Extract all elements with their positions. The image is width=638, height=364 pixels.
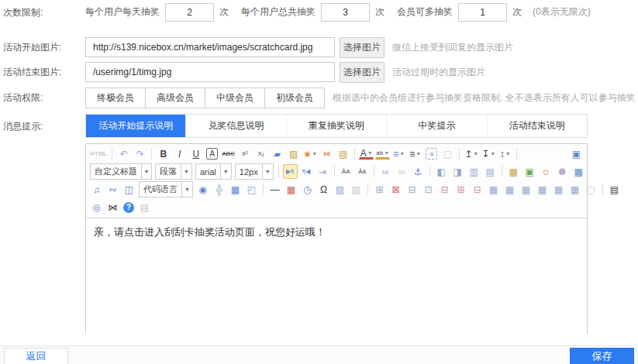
print-icon[interactable]: ▤ [607,182,622,197]
unlink-icon[interactable]: ∞ [395,164,409,179]
format-painter-icon[interactable]: ▨ [286,146,301,161]
image-align-left-icon[interactable]: ◧ [434,164,449,179]
paragraph-style-select[interactable]: 自定义标题▼ [90,163,152,180]
table-layout-2-icon[interactable]: ▦ [502,182,517,197]
source-code-icon[interactable]: HTML [89,146,108,161]
delete-table-icon[interactable]: ⊠ [388,182,403,197]
to-uppercase-icon[interactable]: ÂA [339,164,353,179]
insert-col-icon[interactable]: ⊞ [453,182,468,197]
table-layout-1-icon[interactable]: ▦ [486,182,501,197]
bold-icon[interactable]: B [156,146,171,161]
member-option-3[interactable]: 初级会员 [264,88,325,108]
table-title-icon[interactable]: ⊟ [405,182,419,197]
editor-content[interactable]: 亲，请点击进入刮刮卡抽奖活动页面，祝您好运哦！ [86,218,587,335]
delete-row-col-icon[interactable]: ⊟ [470,182,485,197]
fullscreen-icon[interactable]: ▣ [569,146,584,161]
start-image-input[interactable] [85,37,335,57]
map-icon[interactable]: ◉ [195,182,210,197]
special-char-icon[interactable]: Ω [316,182,331,197]
spreadsheet-icon[interactable]: ▦ [228,182,243,197]
font-family-select[interactable]: arial▼ [195,163,232,180]
member-extra-input[interactable] [458,3,507,22]
merge-cells-icon[interactable]: ⊡ [421,182,436,197]
message-tab-2[interactable]: 重复抽奖说明 [286,115,386,137]
emoji-icon[interactable]: ☺ [539,164,554,179]
toolbar-separator [502,166,502,177]
chevron-down-icon: ▼ [262,164,273,179]
undo-icon[interactable]: ↶ [116,146,131,161]
message-tab-0[interactable]: 活动开始提示说明 [86,115,185,137]
scrawl-icon[interactable]: ☸ [555,164,570,179]
remove-format-icon[interactable]: ▰ [270,146,285,161]
table-layout-5-icon[interactable]: ▦ [551,182,566,197]
formula-icon[interactable]: ▨ [333,182,347,197]
member-option-0[interactable]: 终极会员 [85,88,146,108]
line-height-icon[interactable]: ↕▼ [498,146,512,161]
image-manager-icon[interactable]: ▣ [522,164,537,179]
member-option-1[interactable]: 高级会员 [145,88,205,108]
horizontal-rule-icon[interactable]: — [267,182,282,197]
daily-draw-input[interactable] [165,3,214,22]
start-image-pick-button[interactable]: 选择图片 [340,37,385,58]
table-layout-3-icon[interactable]: ▦ [519,182,533,197]
screenshot-icon[interactable]: ◰ [244,182,259,197]
anchor-icon[interactable]: ⚓ [411,164,426,179]
preview-icon[interactable]: ◎ [89,200,104,215]
insert-image-icon[interactable]: ▦ [506,164,521,179]
image-center-icon[interactable]: ▤ [483,164,498,179]
paragraph-format-select[interactable]: 段落▼ [155,163,192,180]
ordered-list-icon[interactable]: ≡▼ [391,146,406,161]
message-tab-1[interactable]: 兑奖信息说明 [185,115,285,137]
to-lowercase-icon[interactable]: Ââ [355,164,370,179]
insert-row-icon[interactable]: ⊟ [437,182,452,197]
organization-chart-icon[interactable]: ╬ [212,182,226,197]
paste-icon[interactable]: ▤ [336,146,350,161]
anchor-inline-icon[interactable]: a [426,148,437,160]
paragraph-spacing-top-icon[interactable]: ↥▼ [464,146,479,161]
font-color-icon[interactable]: A▼ [359,149,374,160]
underline-icon[interactable]: U [188,146,203,161]
message-tab-3[interactable]: 中奖提示 [386,115,486,137]
image-inline-icon[interactable]: ▥ [467,164,481,179]
end-image-pick-button[interactable]: 选择图片 [340,62,385,83]
table-layout-6-icon[interactable]: ▦ [567,182,582,197]
subscript-icon[interactable]: X₂ [253,146,268,161]
help-icon[interactable]: ? [123,202,134,213]
total-draw-input[interactable] [321,3,370,22]
italic-icon[interactable]: I [172,146,187,161]
image-align-right-icon[interactable]: ◨ [450,164,465,179]
font-border-icon[interactable]: A [206,148,218,160]
paragraph-spacing-bottom-icon[interactable]: ↧▼ [481,146,496,161]
link-icon[interactable]: ∞ [378,164,393,179]
template-icon[interactable]: ▧ [349,182,364,197]
insert-iframe-icon[interactable]: ◫ [122,182,136,197]
table-layout-4-icon[interactable]: ▦ [535,182,550,197]
save-button[interactable]: 保存 [570,348,634,364]
rtl-paragraph-icon[interactable]: ¶◀ [299,164,314,179]
end-image-input[interactable] [85,62,335,82]
back-button[interactable]: 返回 [4,348,68,364]
find-replace-icon[interactable]: ⋈ [105,200,120,215]
attachment-icon[interactable]: ∾ [105,182,120,197]
code-language-select[interactable]: 代码语言▼ [139,181,193,197]
superscript-icon[interactable]: X² [237,146,252,161]
music-icon[interactable]: ♫ [89,182,104,197]
paste-plain-icon[interactable]: ▤ [137,200,152,215]
indent-icon[interactable]: ⇥ [316,164,330,179]
ltr-paragraph-icon[interactable]: ▶¶ [283,164,298,179]
strikethrough-icon[interactable]: ABC [221,146,236,161]
insert-video-icon[interactable]: ▦ [571,164,586,179]
unordered-list-icon[interactable]: ≡▼ [408,146,422,161]
insert-table-icon[interactable]: ⊞ [372,182,387,197]
auto-typeset-icon[interactable]: ∗▼ [302,146,318,161]
highlight-color-icon[interactable]: ab▼ [375,149,390,160]
font-size-select[interactable]: 12px▼ [235,163,274,180]
message-tab-4[interactable]: 活动结束说明 [487,115,587,137]
date-icon[interactable]: ▦ [284,182,298,197]
doc-background-icon[interactable]: ▢ [584,182,598,197]
member-option-2[interactable]: 中级会员 [205,88,265,108]
time-icon[interactable]: ◷ [300,182,315,197]
blank-doc-icon[interactable]: ▢ [440,146,455,161]
blockquote-icon[interactable]: 66 [319,146,334,161]
redo-icon[interactable]: ↷ [133,146,147,161]
